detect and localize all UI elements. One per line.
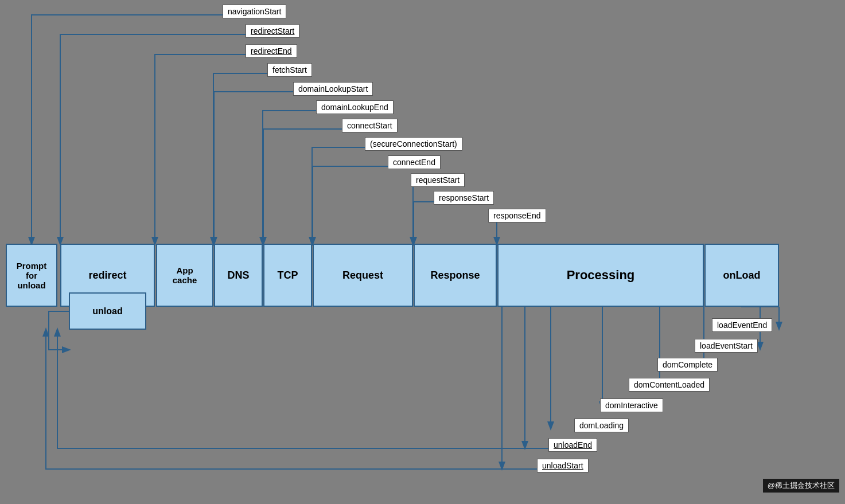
- timeline-unload: unload: [69, 292, 146, 330]
- watermark: @稀土掘金技术社区: [763, 479, 839, 493]
- label-unloadEnd: unloadEnd: [548, 438, 597, 452]
- label-domainLookupStart: domainLookupStart: [293, 82, 373, 96]
- label-loadEventEnd: loadEventEnd: [712, 318, 772, 332]
- label-domComplete: domComplete: [657, 358, 718, 372]
- timeline-prompt-unload: Prompt for unload: [6, 244, 57, 307]
- timeline-response: Response: [414, 244, 497, 307]
- timeline-processing: Processing: [497, 244, 704, 307]
- timeline-appcache: App cache: [156, 244, 213, 307]
- label-domInteractive: domInteractive: [600, 398, 663, 412]
- label-loadEventStart: loadEventStart: [695, 339, 758, 353]
- label-redirectStart: redirectStart: [246, 24, 299, 38]
- label-fetchStart: fetchStart: [267, 63, 312, 77]
- timeline-onload: onLoad: [704, 244, 779, 307]
- label-domContentLoaded: domContentLoaded: [629, 378, 710, 392]
- label-requestStart: requestStart: [411, 173, 465, 187]
- timeline-dns: DNS: [214, 244, 263, 307]
- label-connectStart: connectStart: [342, 119, 398, 132]
- label-responseEnd: responseEnd: [488, 209, 546, 222]
- label-connectEnd: connectEnd: [388, 155, 441, 169]
- label-domainLookupEnd: domainLookupEnd: [316, 100, 394, 114]
- diagram-container: Prompt for unload redirect unload App ca…: [0, 0, 845, 504]
- label-navigationStart: navigationStart: [223, 5, 286, 18]
- label-unloadStart: unloadStart: [537, 459, 589, 472]
- timeline-tcp: TCP: [263, 244, 312, 307]
- label-responseStart: responseStart: [434, 191, 494, 205]
- timeline-request: Request: [313, 244, 413, 307]
- label-redirectEnd: redirectEnd: [246, 44, 297, 58]
- label-domLoading: domLoading: [574, 419, 629, 432]
- label-secureConnectionStart: (secureConnectionStart): [365, 137, 462, 151]
